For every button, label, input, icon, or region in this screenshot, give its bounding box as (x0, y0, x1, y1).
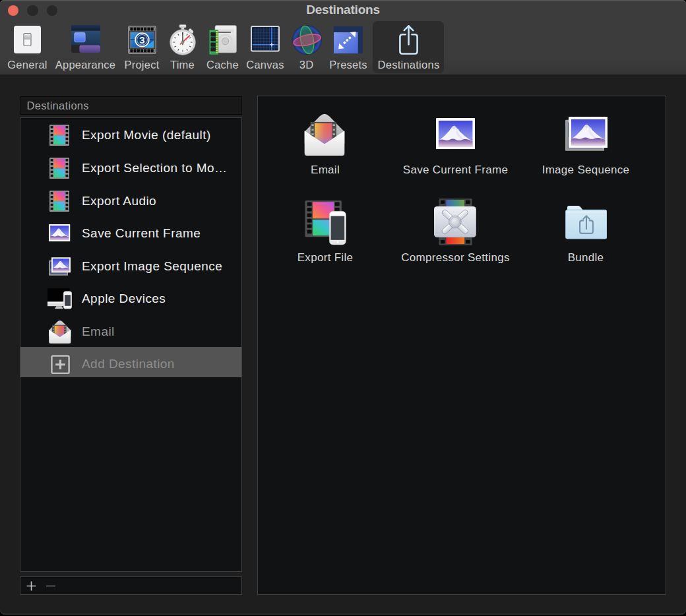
svg-text:3: 3 (139, 34, 144, 45)
